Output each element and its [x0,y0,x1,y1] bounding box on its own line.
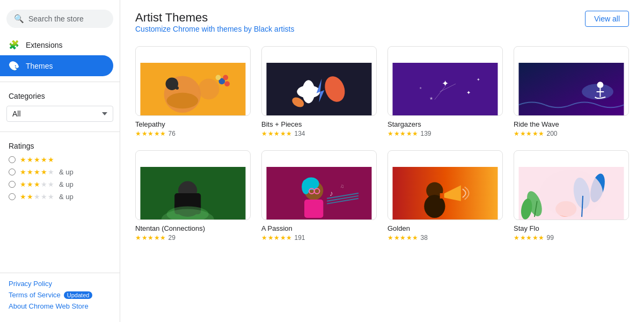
theme-rating-ntentan: ★★★★★ 29 [135,234,251,241]
stars-2: ★★★★★ [20,193,55,201]
rating-option-2[interactable]: ★★★★★ & up [0,191,120,203]
stars-5: ★★★★★ [20,156,55,164]
themes-label: Themes [26,62,53,70]
section-subtitle: Customize Chrome with themes by Black ar… [135,25,294,33]
rating-up-4: & up [59,168,74,176]
theme-card-golden[interactable]: New tab ✕ + [387,150,503,241]
svg-rect-55 [440,193,444,199]
rating-up-2: & up [59,193,74,201]
browser-mock-bits: New tab ✕ + [262,47,376,64]
svg-text:♫: ♫ [340,183,344,189]
rating-radio-4[interactable] [9,169,16,175]
theme-count-telepathy: 76 [169,130,175,137]
theme-art-wave [514,63,628,115]
theme-card-stargazers[interactable]: New tab ✕ + ✦ ✦ ★ ✦ ★ Stargazers [387,46,503,137]
theme-card-bits[interactable]: New tab ✕ + Bits + Pie [261,46,377,137]
theme-card-stayflo[interactable]: New tab ✕ + [514,150,629,241]
rating-radio-2[interactable] [9,193,16,200]
search-icon: 🔍 [14,14,24,24]
theme-rating-bits: ★★★★★ 134 [261,130,377,137]
theme-count-bits: 134 [295,130,305,137]
theme-stars-stayflo: ★★★★★ [514,234,545,241]
theme-stars-golden: ★★★★★ [387,234,419,241]
themes-icon: 🎨 [9,61,19,71]
theme-thumb-stayflo: New tab ✕ + [514,150,629,220]
svg-point-10 [223,75,228,80]
theme-card-wave[interactable]: New tab ✕ + [514,46,629,137]
rating-option-4[interactable]: ★★★★★ & up [0,166,120,178]
theme-card-ntentan[interactable]: New tab ✕ + Ntentan (Connections) [135,150,251,241]
theme-art-bits [262,63,376,115]
theme-name-golden: Golden [387,224,503,232]
theme-thumb-wave: New tab ✕ + [514,46,629,116]
rating-option-5[interactable]: ★★★★★ [0,153,120,166]
theme-name-ntentan: Ntentan (Connections) [135,224,251,232]
sidebar-divider-1 [0,82,120,82]
svg-rect-45 [304,200,323,218]
browser-mock-wave: New tab ✕ + [514,47,628,64]
theme-art-golden [388,167,502,219]
section-title: Artist Themes [135,11,294,25]
main-content: Artist Themes Customize Chrome with them… [120,0,644,322]
theme-name-passion: A Passion [261,224,377,232]
svg-point-7 [198,78,219,99]
stars-3: ★★★★★ [20,180,55,188]
sidebar-footer: Privacy Policy Terms of Service Updated … [0,273,120,317]
theme-thumb-telepathy: New tab ✕ + [135,46,251,116]
theme-stars-ntentan: ★★★★★ [135,234,166,241]
categories-label: Categories [0,87,120,104]
theme-count-stayflo: 99 [547,234,554,241]
privacy-policy-link[interactable]: Privacy Policy [9,280,111,288]
terms-of-service-link[interactable]: Terms of Service Updated [9,291,111,299]
terms-updated-badge: Updated [64,291,93,299]
theme-art-stayflo [514,167,628,219]
sidebar-item-extensions[interactable]: 🧩 Extensions [0,34,113,55]
theme-card-telepathy[interactable]: New tab ✕ + [135,46,251,137]
theme-card-passion[interactable]: New tab ✕ + ♪ ♫ [261,150,377,241]
rating-option-3[interactable]: ★★★★★ & up [0,178,120,191]
theme-rating-passion: ★★★★★ 191 [261,234,377,241]
theme-count-passion: 191 [295,234,305,241]
view-all-button[interactable]: View all [585,11,629,27]
theme-art-telepathy [136,63,250,115]
svg-text:★: ★ [429,96,433,101]
theme-thumb-golden: New tab ✕ + [387,150,503,220]
about-link[interactable]: About Chrome Web Store [9,302,111,310]
sidebar: 🔍 Search the store 🧩 Extensions 🎨 Themes… [0,0,120,322]
theme-rating-wave: ★★★★★ 200 [514,130,629,137]
svg-point-6 [167,93,199,108]
sidebar-item-themes[interactable]: 🎨 Themes [0,55,113,76]
theme-thumb-ntentan: New tab ✕ + [135,150,251,220]
svg-point-4 [167,84,171,89]
theme-count-golden: 38 [421,234,428,241]
search-placeholder: Search the store [28,14,84,23]
themes-grid: New tab ✕ + [135,46,629,241]
svg-point-29 [597,82,604,88]
theme-count-ntentan: 29 [169,234,175,241]
sidebar-divider-2 [0,131,120,132]
svg-point-5 [175,86,179,90]
rating-radio-3[interactable] [9,181,16,188]
browser-mock-stayflo: New tab ✕ + [514,151,628,168]
theme-stars-bits: ★★★★★ [261,130,292,137]
theme-name-wave: Ride the Wave [514,120,629,128]
theme-stars-stargazers: ★★★★★ [387,130,419,137]
rating-radio-5[interactable] [9,156,16,163]
extensions-label: Extensions [26,41,62,49]
svg-text:★: ★ [419,86,422,90]
theme-name-bits: Bits + Pieces [261,120,377,128]
svg-point-63 [540,170,603,217]
browser-mock-stargazers: New tab ✕ + [388,47,502,64]
theme-name-stayflo: Stay Flo [514,224,629,232]
svg-text:✦: ✦ [477,77,480,82]
categories-select[interactable]: All Dark Light Nature Art [6,106,113,122]
search-bar[interactable]: 🔍 Search the store [6,10,113,28]
theme-stars-passion: ★★★★★ [261,234,292,241]
theme-rating-stayflo: ★★★★★ 99 [514,234,629,241]
theme-rating-golden: ★★★★★ 38 [387,234,503,241]
ratings-label: Ratings [0,137,120,153]
svg-point-11 [224,81,230,86]
theme-art-passion: ♪ ♫ [262,167,376,219]
theme-art-ntentan [136,167,250,219]
browser-mock-passion: New tab ✕ + [262,151,376,168]
